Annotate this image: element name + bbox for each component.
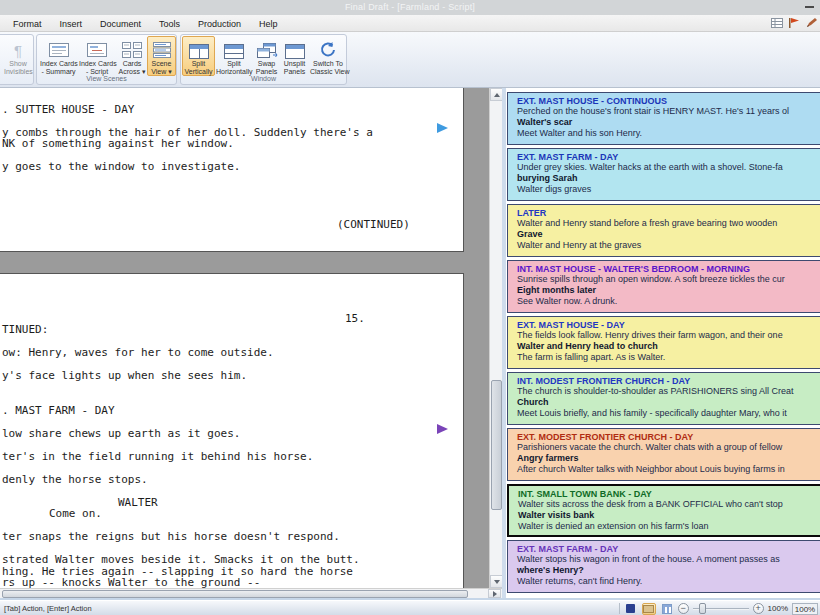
script-page-15[interactable]: 15.TINUED:ow: Henry, waves for her to co… — [0, 273, 464, 598]
show-invisibles-button: ¶ ShowInvisibles — [3, 36, 33, 76]
card-summary-line: Under grey skies. Walter hacks at the ea… — [517, 163, 820, 172]
card-note-line: See Walter now. A drunk. — [517, 297, 820, 306]
menu-item-tools[interactable]: Tools — [159, 17, 189, 31]
scene-card[interactable]: EXT. MAST HOUSE - DAYThe fields look fal… — [507, 316, 820, 369]
script-line — [2, 184, 463, 196]
grid-view-mode-button[interactable] — [660, 603, 674, 615]
scene-flag-icon[interactable] — [437, 424, 448, 434]
zoom-out-button[interactable]: − — [678, 603, 689, 614]
ribbon-group-invisibles: ¶ ShowInvisibles — [0, 34, 34, 85]
swap-panels-button[interactable]: SwapPanels — [253, 36, 280, 76]
card-title-line: Walter's scar — [517, 118, 820, 127]
cards-across-icon — [118, 37, 146, 59]
scene-card[interactable]: INT. MAST HOUSE - WALTER'S BEDROOM - MOR… — [507, 260, 820, 313]
menu-right-icons — [770, 17, 817, 29]
window-title: Final Draft - [Farmland - Script] — [0, 2, 820, 12]
scene-card[interactable]: EXT. MAST HOUSE - CONTINUOUSPerched on t… — [507, 92, 820, 145]
title-bar: Final Draft - [Farmland - Script] — [0, 0, 820, 15]
script-line — [2, 439, 463, 451]
card-title-line: Eight months later — [517, 286, 820, 295]
minimize-button[interactable] — [805, 6, 814, 8]
menu-bar: FormatInsertDocumentToolsProductionHelp — [0, 15, 820, 32]
zoom-slider[interactable] — [693, 603, 749, 614]
script-line — [2, 278, 463, 290]
card-summary-line: Walter sits across the desk from a BANK … — [518, 500, 820, 509]
index-card-summary-icon — [40, 37, 77, 59]
card-note-line: After church Walter talks with Neighbor … — [517, 465, 820, 474]
card-scene-heading: INT. SMALL TOWN BANK - DAY — [518, 489, 820, 499]
split-vertically-button[interactable]: SplitVertically — [182, 36, 215, 76]
final-draft-window: Final Draft - [Farmland - Script] Format… — [0, 0, 820, 615]
card-scene-heading: INT. MAST HOUSE - WALTER'S BEDROOM - MOR… — [517, 264, 820, 274]
pen-icon[interactable] — [804, 17, 817, 29]
horizontal-scrollbar[interactable] — [0, 588, 502, 598]
ribbon-group-window: SplitVertically SplitHorizontally SwapPa… — [180, 34, 347, 85]
script-line — [2, 173, 463, 185]
script-line — [2, 382, 463, 394]
script-line: ow: Henry, waves for her to come outside… — [2, 347, 463, 359]
script-line — [2, 207, 463, 219]
script-line: WALTER — [118, 497, 463, 509]
card-title-line: Grave — [517, 230, 820, 239]
scene-card[interactable]: EXT. MODEST FRONTIER CHURCH - DAYParishi… — [507, 428, 820, 481]
card-summary-line: The fields look fallow. Henry drives the… — [517, 331, 820, 340]
scene-card[interactable]: LATERWalter and Henry stand before a fre… — [507, 204, 820, 257]
index-cards-view-mode-button[interactable] — [642, 603, 656, 615]
card-summary-line: Perched on the house's front stair is HE… — [517, 107, 820, 116]
scene-card[interactable]: INT. SMALL TOWN BANK - DAYWalter sits ac… — [507, 484, 820, 537]
card-scene-heading: EXT. MODEST FRONTIER CHURCH - DAY — [517, 432, 820, 442]
split-horizontally-icon — [216, 37, 252, 59]
script-line — [2, 462, 463, 474]
card-summary-line: Walter stops his wagon in front of the h… — [517, 555, 820, 564]
script-line: NK of something against her window. — [2, 138, 463, 150]
zoom-level-box[interactable]: 100% — [792, 603, 818, 615]
index-cards-script-button[interactable]: Index Cards- Script — [78, 36, 116, 76]
horizontal-scroll-thumb[interactable] — [2, 590, 468, 598]
menu-item-format[interactable]: Format — [13, 17, 51, 31]
menu-item-help[interactable]: Help — [259, 17, 287, 31]
index-cards-summary-button[interactable]: Index Cards- Summary — [39, 36, 78, 76]
unsplit-panels-button[interactable]: UnsplitPanels — [280, 36, 309, 76]
menu-item-insert[interactable]: Insert — [60, 17, 92, 31]
card-title-line: Walter and Henry head to church — [517, 342, 820, 351]
script-line — [2, 196, 463, 208]
switch-to-classic-view-button[interactable]: Switch ToClassic View — [309, 36, 347, 76]
cards-across-button[interactable]: CardsAcross ▾ — [117, 36, 147, 76]
scene-flag-icon[interactable] — [437, 123, 448, 133]
script-line: Come on. — [49, 508, 463, 520]
scene-card[interactable]: EXT. MAST FARM - DAYWalter stops his wag… — [507, 540, 820, 593]
flag-icon[interactable] — [787, 17, 800, 29]
script-line — [2, 290, 463, 302]
script-view-mode-button[interactable] — [624, 603, 638, 615]
split-horizontally-button[interactable]: SplitHorizontally — [215, 36, 253, 76]
card-summary-line: Walter and Henry stand before a fresh gr… — [517, 219, 820, 228]
vertical-scrollbar[interactable] — [489, 88, 502, 588]
vertical-scroll-thumb[interactable] — [491, 380, 502, 510]
scene-card[interactable]: INT. MODEST FRONTIER CHURCH - DAYThe chu… — [507, 372, 820, 425]
card-note-line: The farm is falling apart. As is Walter. — [517, 353, 820, 362]
script-line: TINUED: — [2, 324, 463, 336]
script-page-14[interactable]: . SUTTER HOUSE - DAYy combs through the … — [0, 88, 464, 252]
menu-item-document[interactable]: Document — [100, 17, 150, 31]
card-scene-heading: LATER — [517, 208, 820, 218]
card-scene-heading: INT. MODEST FRONTIER CHURCH - DAY — [517, 376, 820, 386]
scene-view-icon — [148, 37, 175, 59]
card-note-line: Walter is denied an extension on his far… — [518, 522, 820, 531]
status-right-controls: − + 100% 100% — [619, 601, 820, 615]
scroll-right-button[interactable] — [488, 589, 501, 598]
menu-item-production[interactable]: Production — [198, 17, 250, 31]
classic-view-icon — [310, 37, 346, 59]
zoom-slider-thumb[interactable] — [699, 603, 706, 614]
script-pane[interactable]: . SUTTER HOUSE - DAYy combs through the … — [0, 88, 489, 598]
scene-view-button[interactable]: SceneView ▾ — [147, 36, 176, 76]
card-scene-heading: EXT. MAST FARM - DAY — [517, 152, 820, 162]
scene-card[interactable]: EXT. MAST FARM - DAYUnder grey skies. Wa… — [507, 148, 820, 201]
card-note-line: Walter returns, can't find Henry. — [517, 577, 820, 586]
script-view-icon — [626, 604, 635, 613]
zoom-in-button[interactable]: + — [753, 603, 764, 614]
card-title-line: Walter visits bank — [518, 511, 820, 520]
script-line: (CONTINUED) — [337, 219, 463, 231]
table-icon[interactable] — [770, 17, 783, 29]
card-note-line: Walter and Henry at the graves — [517, 241, 820, 250]
scene-view-pane[interactable]: EXT. MAST HOUSE - CONTINUOUSPerched on t… — [506, 88, 820, 598]
